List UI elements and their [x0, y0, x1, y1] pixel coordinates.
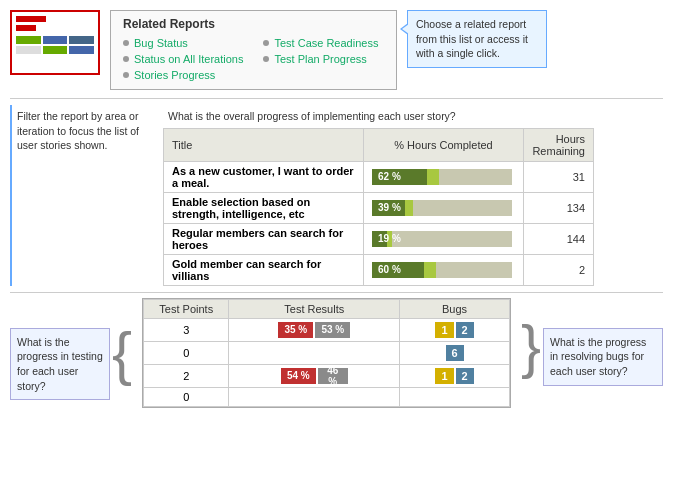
progress-fill-light: [405, 200, 413, 216]
test-points-cell: 0: [144, 341, 229, 364]
bugs-cell: 12: [400, 318, 510, 341]
story-title-cell: Enable selection based on strength, inte…: [164, 192, 364, 223]
story-title-cell: Gold member can search for villians: [164, 254, 364, 285]
report-col-right: Test Case Readiness Test Plan Progress: [263, 37, 383, 81]
progress-fill-light: [427, 169, 439, 185]
hours-remaining-cell: 134: [524, 192, 594, 223]
test-row: 06: [144, 341, 510, 364]
report-dot: [123, 40, 129, 46]
middle-section: Filter the report by area or iteration t…: [0, 99, 673, 292]
bugs-container: 6: [406, 345, 503, 361]
report-item-case-readiness[interactable]: Test Case Readiness: [263, 37, 383, 49]
bugs-container: 12: [406, 368, 503, 384]
test-row: 0: [144, 387, 510, 406]
story-title: Gold member can search for villians: [172, 258, 321, 282]
story-title: Regular members can search for heroes: [172, 227, 343, 251]
test-bar-container: 54 %46 %: [235, 368, 393, 384]
report-item-plan-progress[interactable]: Test Plan Progress: [263, 53, 383, 65]
progress-fill-light: [424, 262, 436, 278]
story-title: Enable selection based on strength, inte…: [172, 196, 310, 220]
test-results-cell: [229, 387, 400, 406]
thumb-cell: [43, 36, 68, 44]
related-reports-box: Related Reports Bug Status Status on All…: [110, 10, 397, 90]
test-col-bugs: Bugs: [400, 299, 510, 318]
test-bar-red: 35 %: [278, 322, 313, 338]
stories-table: Title % Hours Completed Hours Remaining …: [163, 128, 594, 286]
story-title-cell: As a new customer, I want to order a mea…: [164, 161, 364, 192]
bug-steel: 6: [446, 345, 464, 361]
test-results-cell: [229, 341, 400, 364]
progress-label: 39 %: [378, 202, 401, 213]
test-points-cell: 3: [144, 318, 229, 341]
progress-bar-bg: 39 %: [372, 200, 512, 216]
bug-yellow: 1: [435, 322, 453, 338]
progress-label: 60 %: [378, 264, 401, 275]
bugs-cell: 12: [400, 364, 510, 387]
right-brace: }: [521, 317, 541, 377]
thumb-cell: [16, 46, 41, 54]
test-table-wrapper: Test Points Test Results Bugs 335 %53 %1…: [142, 298, 511, 408]
thumb-cell: [69, 46, 94, 54]
progress-annotation: What is the overall progress of implemen…: [163, 105, 663, 124]
filter-annotation: Filter the report by area or iteration t…: [10, 105, 155, 286]
table-row: Enable selection based on strength, inte…: [164, 192, 594, 223]
test-table: Test Points Test Results Bugs 335 %53 %1…: [143, 299, 510, 407]
thumb-bar-1: [16, 16, 46, 22]
thumb-grid: [16, 36, 94, 54]
test-points-cell: 0: [144, 387, 229, 406]
report-link[interactable]: Test Case Readiness: [274, 37, 378, 49]
report-item-stories[interactable]: Stories Progress: [123, 69, 243, 81]
progress-bar-bg: 62 %: [372, 169, 512, 185]
left-brace: {: [112, 324, 132, 384]
test-bar-gray: 53 %: [315, 322, 350, 338]
thumb-cell: [16, 36, 41, 44]
top-section: Related Reports Bug Status Status on All…: [0, 0, 673, 98]
test-left-area: What is the progress in testing for each…: [10, 298, 132, 401]
bug-steel: 2: [456, 368, 474, 384]
report-link[interactable]: Bug Status: [134, 37, 188, 49]
report-thumbnail[interactable]: [10, 10, 100, 75]
bugs-cell: 6: [400, 341, 510, 364]
callout-text: Choose a related report from this list o…: [416, 18, 528, 59]
report-link[interactable]: Test Plan Progress: [274, 53, 366, 65]
bug-yellow: 1: [435, 368, 453, 384]
report-dot: [123, 72, 129, 78]
report-link[interactable]: Stories Progress: [134, 69, 215, 81]
progress-bar-bg: 60 %: [372, 262, 512, 278]
main-table-area: What is the overall progress of implemen…: [163, 105, 663, 286]
progress-bar-bg: 19 %: [372, 231, 512, 247]
related-reports-callout: Choose a related report from this list o…: [407, 10, 547, 68]
progress-label: 62 %: [378, 171, 401, 182]
report-dot: [263, 40, 269, 46]
progress-label: 19 %: [378, 233, 401, 244]
bug-steel: 2: [456, 322, 474, 338]
test-row: 254 %46 %12: [144, 364, 510, 387]
col-title: Title: [164, 128, 364, 161]
thumb-bar-2: [16, 25, 36, 31]
story-progress-cell: 19 %: [364, 223, 524, 254]
test-bar-gray: 46 %: [318, 368, 348, 384]
bugs-cell: [400, 387, 510, 406]
col-hours-completed: % Hours Completed: [364, 128, 524, 161]
story-progress-cell: 60 %: [364, 254, 524, 285]
thumb-cell: [69, 36, 94, 44]
report-item-bug-status[interactable]: Bug Status: [123, 37, 243, 49]
related-reports-title: Related Reports: [123, 17, 384, 31]
test-bar-red: 54 %: [281, 368, 316, 384]
test-points-cell: 2: [144, 364, 229, 387]
hours-remaining-cell: 31: [524, 161, 594, 192]
test-results-cell: 35 %53 %: [229, 318, 400, 341]
hours-remaining-cell: 144: [524, 223, 594, 254]
report-dot: [263, 56, 269, 62]
report-link[interactable]: Status on All Iterations: [134, 53, 243, 65]
story-progress-cell: 62 %: [364, 161, 524, 192]
report-item-iterations[interactable]: Status on All Iterations: [123, 53, 243, 65]
test-annotation-right: What is the progress in resolving bugs f…: [543, 328, 663, 386]
test-row: 335 %53 %12: [144, 318, 510, 341]
bugs-container: 12: [406, 322, 503, 338]
hours-remaining-cell: 2: [524, 254, 594, 285]
test-results-cell: 54 %46 %: [229, 364, 400, 387]
story-progress-cell: 39 %: [364, 192, 524, 223]
test-col-results: Test Results: [229, 299, 400, 318]
bottom-section: What is the progress in testing for each…: [0, 293, 673, 413]
